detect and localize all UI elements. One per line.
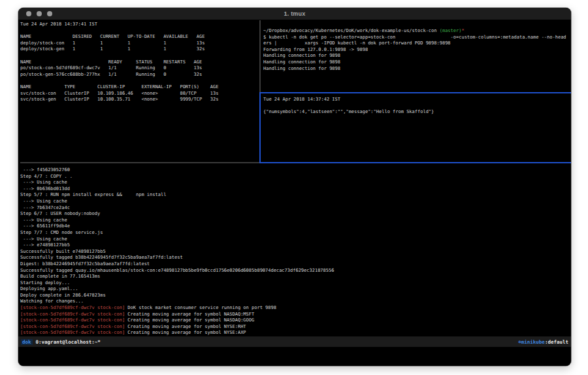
terminal-window: 1. tmux Tue 24 Apr 2018 14:37:41 IST NAM… (18, 8, 571, 366)
terminal-line: Step 5/7 : RUN npm install express && np… (20, 192, 569, 199)
pane-port-forward[interactable]: ~/Dropbox/advocacy/Kubernetes/DoK/work/d… (263, 28, 570, 72)
terminal-line: Watching for changes... (20, 299, 569, 305)
terminal-line: ---> 7b6347ce2a4c (20, 205, 569, 212)
terminal-line: Build complete in 77.165413ms (20, 274, 569, 280)
terminal-line (263, 103, 570, 110)
terminal-line: Successfully tagged b38b42246945fd7f32c5… (20, 255, 569, 261)
terminal-line: ---> Using cache (20, 236, 569, 243)
terminal-line: deploy/stock-gen 1 1 1 1 32s (20, 46, 258, 53)
terminal-line: Handling connection for 9898 (263, 59, 570, 66)
window-titlebar: 1. tmux (18, 8, 571, 20)
close-button-icon[interactable] (26, 11, 31, 16)
terminal-line: [stock-con-5d7df689cf-dwc7v stock-con] C… (20, 318, 569, 324)
traffic-lights (26, 11, 52, 16)
terminal-line (20, 28, 258, 35)
terminal-line: Forwarding from 127.0.0.1:9898 -> 9898 (263, 47, 570, 54)
pane-skaffold-build[interactable]: ---> f45623052760Step 4/7 : COPY . . ---… (20, 167, 569, 336)
terminal-line: NAME TYPE CLUSTER-IP EXTERNAL-IP PORT(S)… (20, 84, 258, 91)
pane-kubectl-watch[interactable]: Tue 24 Apr 2018 14:37:41 IST NAME DESIRE… (20, 22, 258, 103)
pane-divider-vertical-active (259, 92, 261, 163)
minimize-button-icon[interactable] (37, 11, 42, 16)
pane-divider-horizontal-inactive (20, 162, 259, 163)
zoom-button-icon[interactable] (47, 11, 52, 16)
terminal-line: {"numsymbols":4,"lastseen":"","message":… (263, 109, 570, 116)
terminal-line: Tue 24 Apr 2018 14:37:42 IST (263, 97, 570, 103)
terminal-line: Deploy complete in 286.647823ms (20, 293, 569, 299)
terminal-line: Step 7/7 : CMD node service.js (20, 230, 569, 236)
terminal-line (20, 78, 258, 84)
terminal-line: Digest: b38b42246945fd7f32c5ba9aea7af7fd… (20, 261, 569, 268)
terminal-line: Step 4/7 : COPY . . (20, 174, 569, 180)
terminal-line (20, 53, 258, 59)
window-title: 1. tmux (284, 10, 306, 17)
terminal-line: [stock-con-5d7df689cf-dwc7v stock-con] C… (20, 312, 569, 318)
terminal-line: $ kubectl -n dok get po --selector=app=s… (263, 35, 570, 41)
terminal-line: ---> e74898127bb5 (20, 242, 569, 249)
terminal-line: Handling connection for 9898 (263, 66, 570, 73)
terminal-line: po/stock-gen-576cc688bb-277hx 1/1 Runnin… (20, 72, 258, 78)
terminal-line: ers | xargs -IPOD kubectl -n dok port-fo… (263, 41, 570, 47)
terminal-line: Tue 24 Apr 2018 14:37:41 IST (20, 22, 258, 28)
terminal-line: svc/stock-gen ClusterIP 10.100.35.71 <no… (20, 97, 258, 103)
terminal-line: ---> Using cache (20, 180, 569, 186)
terminal-line: [stock-con-5d7df689cf-dwc7v stock-con] D… (20, 305, 569, 312)
terminal-line: svc/stock-con ClusterIP 10.109.186.46 <n… (20, 91, 258, 97)
terminal-line: Successfully built e74898127bb5 (20, 249, 569, 255)
pane-divider-horizontal-active-top (259, 92, 571, 93)
terminal-line: Deploying app.yaml... (20, 286, 569, 293)
kube-context: minikube (521, 339, 545, 345)
terminal-line: Handling connection for 9898 (263, 53, 570, 59)
terminal-line: [stock-con-5d7df689cf-dwc7v stock-con] C… (20, 324, 569, 331)
terminal-line: Step 6/7 : USER nobody:nobody (20, 211, 569, 218)
terminal-line: po/stock-con-5d7df689cf-dwc7v 1/1 Runnin… (20, 65, 258, 72)
terminal-line: ---> 0b636bd013dd (20, 186, 569, 193)
terminal-line: Successfully tagged quay.io/mhausenblas/… (20, 268, 569, 274)
terminal-line: NAME DESIRED CURRENT UP-TO-DATE AVAILABL… (20, 34, 258, 41)
terminal-line: NAME READY STATUS RESTARTS AGE (20, 59, 258, 66)
terminal-line: ~/Dropbox/advocacy/Kubernetes/DoK/work/d… (263, 28, 570, 35)
pane-curl-output[interactable]: Tue 24 Apr 2018 14:37:42 IST {"numsymbol… (263, 97, 570, 116)
tmux-status-bar: dok 0:vagrant@localhost:~* ☸ minikube :d… (18, 336, 571, 347)
pane-divider-horizontal-active-bottom (259, 162, 571, 163)
pane-divider-vertical-inactive (259, 20, 261, 92)
terminal-line: ---> 65611ff9db4e (20, 223, 569, 230)
terminal-line: Starting deploy... (20, 280, 569, 287)
tmux-window-item[interactable]: 0:vagrant@localhost:~* (36, 339, 101, 345)
terminal-line: [stock-con-5d7df689cf-dwc7v stock-con] C… (20, 330, 569, 336)
terminal-line: deploy/stock-con 1 1 1 1 13s (20, 41, 258, 47)
kube-namespace: :default (545, 339, 568, 345)
terminal-line: ---> f45623052760 (20, 167, 569, 174)
terminal-line: ---> Using cache (20, 199, 569, 205)
tmux-terminal: Tue 24 Apr 2018 14:37:41 IST NAME DESIRE… (18, 20, 571, 366)
tmux-session-name[interactable]: dok (21, 339, 33, 345)
terminal-line: ---> Using cache (20, 218, 569, 224)
